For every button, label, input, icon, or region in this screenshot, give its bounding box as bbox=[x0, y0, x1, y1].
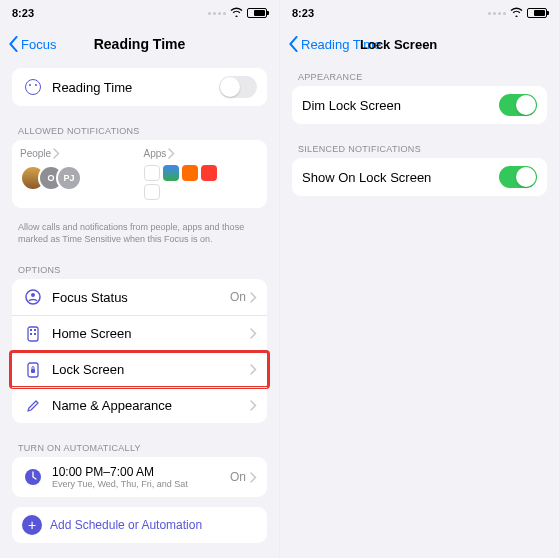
focus-status-row[interactable]: Focus Status On bbox=[12, 279, 267, 315]
people-avatars: O PJ bbox=[20, 165, 136, 191]
add-schedule-row[interactable]: + Add Schedule or Automation bbox=[12, 507, 267, 543]
nav-bar: Focus Reading Time bbox=[0, 26, 279, 62]
chevron-icon bbox=[250, 328, 257, 339]
allowed-apps[interactable]: Apps bbox=[144, 148, 260, 200]
back-label: Reading Time bbox=[301, 37, 381, 52]
plus-icon: + bbox=[22, 515, 42, 535]
status-time: 8:23 bbox=[12, 7, 34, 19]
chevron-icon bbox=[250, 364, 257, 375]
show-on-lock-row[interactable]: Show On Lock Screen bbox=[292, 158, 547, 196]
back-button[interactable]: Reading Time bbox=[288, 36, 381, 52]
options-header: OPTIONS bbox=[12, 255, 267, 279]
chevron-icon bbox=[250, 292, 257, 303]
battery-icon bbox=[527, 8, 547, 18]
phone-right: 8:23 Reading Time Lock Screen APPEARANCE… bbox=[280, 0, 560, 558]
chevron-icon bbox=[168, 148, 175, 159]
auto-footer: Have this Focus turn on automatically at… bbox=[12, 553, 267, 558]
focus-toggle[interactable] bbox=[219, 76, 257, 98]
svg-rect-8 bbox=[31, 369, 35, 373]
pencil-icon bbox=[22, 399, 44, 413]
nav-bar: Reading Time Lock Screen bbox=[280, 26, 559, 62]
focus-toggle-row[interactable]: Reading Time bbox=[12, 68, 267, 106]
chevron-icon bbox=[250, 400, 257, 411]
svg-point-1 bbox=[31, 293, 35, 297]
name-appearance-row[interactable]: Name & Appearance bbox=[12, 387, 267, 423]
status-bar: 8:23 bbox=[0, 0, 279, 26]
allowed-footer: Allow calls and notifications from peopl… bbox=[12, 218, 267, 255]
dim-toggle[interactable] bbox=[499, 94, 537, 116]
phone-left: 8:23 Focus Reading Time Reading Time ALL… bbox=[0, 0, 280, 558]
silenced-header: SILENCED NOTIFICATIONS bbox=[292, 134, 547, 158]
svg-rect-4 bbox=[34, 329, 36, 331]
chevron-icon bbox=[53, 148, 60, 159]
chevron-icon bbox=[250, 472, 257, 483]
schedule-row[interactable]: 10:00 PM–7:00 AM Every Tue, Wed, Thu, Fr… bbox=[12, 457, 267, 497]
allowed-header: ALLOWED NOTIFICATIONS bbox=[12, 116, 267, 140]
dim-lock-row[interactable]: Dim Lock Screen bbox=[292, 86, 547, 124]
svg-rect-2 bbox=[28, 327, 38, 341]
battery-icon bbox=[247, 8, 267, 18]
svg-rect-6 bbox=[34, 333, 36, 335]
appearance-header: APPEARANCE bbox=[292, 62, 547, 86]
app-icons bbox=[144, 165, 234, 200]
back-button[interactable]: Focus bbox=[8, 36, 56, 52]
wifi-icon bbox=[230, 7, 243, 19]
lock-screen-row[interactable]: Lock Screen bbox=[12, 351, 267, 387]
clock-icon bbox=[22, 468, 44, 486]
person-icon bbox=[22, 289, 44, 305]
phone-apps-icon bbox=[22, 326, 44, 342]
allowed-people[interactable]: People O PJ bbox=[20, 148, 136, 200]
auto-header: TURN ON AUTOMATICALLY bbox=[12, 433, 267, 457]
svg-rect-3 bbox=[30, 329, 32, 331]
focus-face-icon bbox=[22, 79, 44, 95]
svg-rect-5 bbox=[30, 333, 32, 335]
cellular-icon bbox=[208, 12, 226, 15]
home-screen-row[interactable]: Home Screen bbox=[12, 315, 267, 351]
status-time: 8:23 bbox=[292, 7, 314, 19]
status-bar: 8:23 bbox=[280, 0, 559, 26]
phone-lock-icon bbox=[22, 362, 44, 378]
wifi-icon bbox=[510, 7, 523, 19]
show-toggle[interactable] bbox=[499, 166, 537, 188]
back-label: Focus bbox=[21, 37, 56, 52]
cellular-icon bbox=[488, 12, 506, 15]
focus-name: Reading Time bbox=[52, 80, 219, 95]
